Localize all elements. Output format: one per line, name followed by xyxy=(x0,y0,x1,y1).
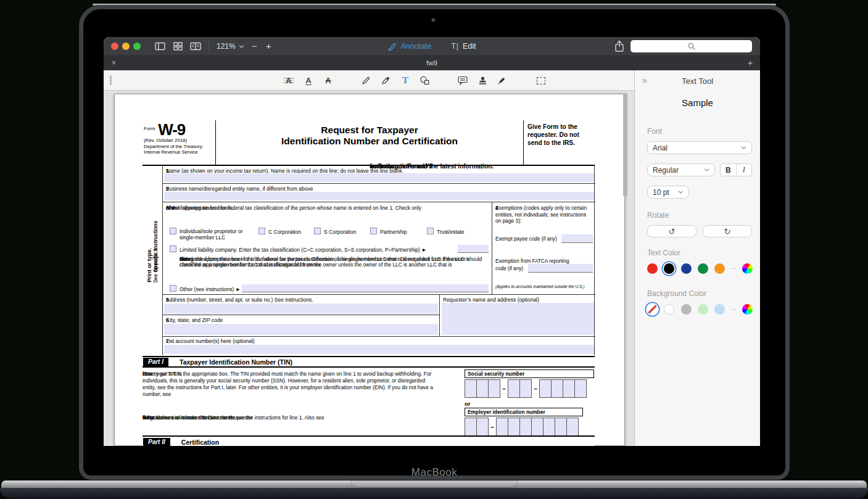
form-number: W-9 xyxy=(158,120,185,139)
font-family-dropdown[interactable]: Arial xyxy=(647,141,752,154)
background-color-picker[interactable] xyxy=(742,304,753,315)
zoom-out-button[interactable]: − xyxy=(252,41,257,51)
tab-edit[interactable]: T| Edit xyxy=(452,42,476,51)
bold-button[interactable]: B xyxy=(721,164,737,176)
city-state-zip-field[interactable] xyxy=(164,324,438,335)
ssn-input-cells[interactable]: – – xyxy=(465,379,586,398)
ein-cell[interactable] xyxy=(519,418,532,436)
close-window-button[interactable] xyxy=(111,43,118,50)
text-color-orange[interactable] xyxy=(714,263,725,274)
text-color-black-selected[interactable] xyxy=(664,263,674,274)
part1-badge: Part I xyxy=(143,358,168,366)
background-color-light-blue[interactable] xyxy=(714,304,725,315)
ein-cell[interactable] xyxy=(496,418,508,436)
minimize-window-button[interactable] xyxy=(122,43,130,50)
requester-field[interactable] xyxy=(442,303,594,335)
rotate-cw-button[interactable]: ↻ xyxy=(703,225,752,237)
tab-annotate[interactable]: Annotate xyxy=(387,42,431,51)
zoom-level-dropdown[interactable]: 121% xyxy=(217,42,244,51)
background-color-none-selected[interactable] xyxy=(647,304,658,315)
other-field[interactable] xyxy=(242,284,489,292)
checkbox-partnership[interactable] xyxy=(370,228,377,234)
ssn-cell[interactable] xyxy=(508,379,520,398)
ssn-cell[interactable] xyxy=(539,379,552,398)
ein-input-cells[interactable]: – xyxy=(465,418,578,436)
macbook-lid-notch xyxy=(350,480,518,488)
font-size-dropdown[interactable]: 10 pt xyxy=(647,186,689,199)
other-label: Other (see instructions) ► xyxy=(180,286,241,292)
checkbox-individual[interactable] xyxy=(170,228,176,234)
signature-tool-button[interactable] xyxy=(494,73,510,88)
italic-button[interactable]: I xyxy=(737,164,752,176)
text-color-picker[interactable] xyxy=(742,263,753,274)
background-color-light-green[interactable] xyxy=(698,304,708,315)
ein-cell[interactable] xyxy=(508,418,520,436)
marker-tool-button[interactable] xyxy=(378,73,394,88)
llc-label: Limited liability company. Enter the tax… xyxy=(180,247,427,253)
ssn-dash: – xyxy=(500,386,508,392)
window-titlebar: 121% − + Annotate T| Edit xyxy=(104,37,760,56)
form-body: 1Name (as shown on your income tax retur… xyxy=(162,166,595,355)
thumbnails-view-button[interactable] xyxy=(172,41,183,51)
macbook-base-body xyxy=(0,488,868,499)
toolbar-drag-handle[interactable] xyxy=(110,75,112,85)
ein-cell[interactable] xyxy=(566,418,579,436)
select-tool-button[interactable] xyxy=(533,73,549,88)
vertical-scrollbar[interactable] xyxy=(623,93,627,197)
fullscreen-window-button[interactable] xyxy=(133,43,141,50)
sidebar-toggle-button[interactable] xyxy=(154,41,165,51)
share-button[interactable] xyxy=(614,40,625,52)
text-color-green[interactable] xyxy=(698,263,708,274)
give-form-text: Give Form to the requester. Do not send … xyxy=(527,123,579,146)
checkbox-trust-estate[interactable] xyxy=(427,228,434,234)
underline-tool-button[interactable]: A xyxy=(300,73,316,88)
note-tool-button[interactable] xyxy=(455,73,471,88)
ssn-cell[interactable] xyxy=(574,379,587,398)
background-color-white[interactable] xyxy=(664,304,674,315)
fatca-code-field[interactable] xyxy=(528,264,593,273)
ssn-cell[interactable] xyxy=(465,379,477,398)
ssn-cell[interactable] xyxy=(488,379,500,398)
document-tab[interactable]: fw9 xyxy=(104,59,760,67)
gutter-pre: See xyxy=(152,272,159,283)
pencil-tool-button[interactable] xyxy=(358,73,374,88)
account-numbers-field[interactable] xyxy=(164,345,594,354)
ssn-cell[interactable] xyxy=(519,379,532,398)
sidebar-icon xyxy=(155,42,165,51)
ein-cell[interactable] xyxy=(531,418,544,436)
text-color-red[interactable] xyxy=(647,263,658,274)
background-color-gray[interactable] xyxy=(681,304,692,315)
ssn-cell[interactable] xyxy=(476,379,489,398)
text-color-navy[interactable] xyxy=(681,263,692,274)
tab-bar: × fw9 + xyxy=(104,56,760,70)
search-input[interactable] xyxy=(630,40,752,52)
new-tab-button[interactable]: + xyxy=(748,58,753,68)
checkbox-c-corporation[interactable] xyxy=(258,228,265,234)
font-style-dropdown[interactable]: Regular xyxy=(647,163,715,176)
rotate-ccw-button[interactable]: ↺ xyxy=(647,225,696,237)
business-name-field[interactable] xyxy=(164,192,594,200)
checkbox-s-corporation[interactable] xyxy=(314,228,321,234)
llc-classification-field[interactable] xyxy=(458,245,489,253)
form-word: Form xyxy=(144,126,155,131)
name-field[interactable] xyxy=(164,173,594,182)
ein-cell[interactable] xyxy=(465,418,477,436)
ein-cell[interactable] xyxy=(476,418,489,436)
ein-cell[interactable] xyxy=(555,418,567,436)
checkbox-other[interactable] xyxy=(170,285,176,292)
ein-cell[interactable] xyxy=(543,418,555,436)
ssn-cell[interactable] xyxy=(563,379,575,398)
ssn-cell[interactable] xyxy=(551,379,563,398)
text-tool-button[interactable]: T xyxy=(397,73,413,88)
shapes-tool-button[interactable] xyxy=(416,73,432,88)
address-field[interactable] xyxy=(164,303,438,314)
exempt-payee-field[interactable] xyxy=(561,234,593,243)
strikethrough-tool-button[interactable]: A xyxy=(320,73,336,88)
highlight-tool-button[interactable]: A xyxy=(281,73,297,88)
checkbox-llc[interactable] xyxy=(170,245,176,252)
requester-label: Requester’s name and address (optional) xyxy=(443,297,539,303)
stamp-tool-button[interactable] xyxy=(474,73,490,88)
zoom-in-button[interactable]: + xyxy=(266,41,271,51)
gutter-instructions: See Specific Instructions on page 3. xyxy=(152,247,159,283)
two-page-view-button[interactable] xyxy=(190,41,201,51)
